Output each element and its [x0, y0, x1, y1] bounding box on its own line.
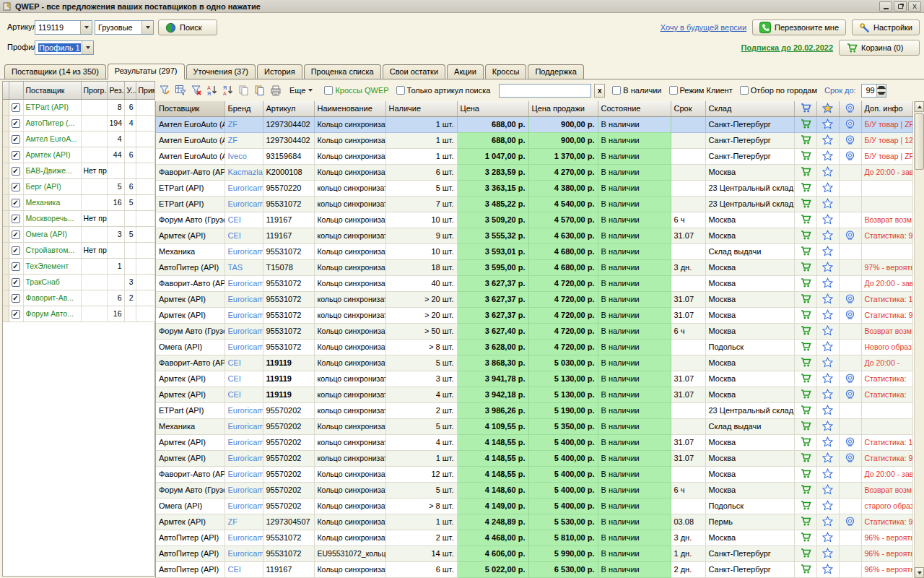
basket-button[interactable]: Корзина (0) — [839, 40, 920, 56]
result-brand[interactable]: CEI — [225, 387, 263, 402]
result-article[interactable]: 95531072 — [263, 196, 314, 212]
supplier-results-count[interactable]: 8 — [107, 99, 124, 115]
result-quantity[interactable]: 2 шт. — [385, 530, 457, 545]
result-row[interactable]: Фаворит-Авто (API)Euroricambi95531072Кол… — [156, 275, 912, 291]
result-dop-info[interactable]: 96% - вероятн... — [861, 545, 912, 561]
result-term[interactable] — [671, 196, 705, 212]
supplier-progress[interactable] — [81, 258, 107, 274]
result-price[interactable]: 3 627,37 р. — [457, 275, 528, 291]
supplier-checkbox-cell[interactable] — [9, 226, 23, 242]
supplier-results-count[interactable]: 1 — [107, 258, 124, 274]
cart-icon[interactable] — [800, 118, 811, 129]
supplier-row[interactable]: ETPart (API)86 — [3, 99, 154, 115]
favorite-cell[interactable] — [816, 355, 839, 371]
supplier-results-count[interactable]: 3 — [107, 226, 124, 242]
favorite-cell[interactable] — [816, 402, 839, 418]
result-article[interactable]: T15078 — [263, 259, 314, 275]
result-dop-info[interactable]: Статистика: 9... — [861, 514, 912, 530]
result-state[interactable]: В наличии — [598, 514, 671, 530]
star-icon[interactable] — [822, 134, 833, 145]
result-article[interactable]: 95531072 — [263, 545, 314, 561]
result-warehouse[interactable]: Склад выдачи — [705, 243, 794, 259]
star-icon[interactable] — [822, 246, 833, 256]
subscription-link[interactable]: Подписка до 20.02.2022 — [741, 43, 833, 52]
result-quantity[interactable]: 1 шт. — [385, 132, 457, 148]
supplier-checkbox[interactable] — [12, 167, 20, 176]
cart-icon[interactable] — [800, 150, 811, 161]
result-state[interactable]: В наличии — [598, 212, 671, 228]
scroll-up-button[interactable] — [915, 101, 924, 112]
result-sale-price[interactable]: 4 570,00 р. — [528, 212, 598, 228]
result-sale-price[interactable]: 4 270,00 р. — [528, 164, 598, 180]
supplier-progress[interactable]: Нет пр... — [81, 163, 107, 178]
result-price[interactable]: 4 109,55 р. — [457, 418, 528, 434]
result-name[interactable]: Кольцо синхронизатора (... — [314, 466, 385, 482]
result-sale-price[interactable]: 5 130,00 р. — [528, 387, 598, 402]
result-name[interactable]: кольцо синхронизатора! ... — [314, 196, 385, 212]
add-to-cart-cell[interactable] — [794, 402, 816, 418]
suppliers-header-0[interactable]: Поставщик — [23, 82, 81, 99]
camera-icon[interactable] — [845, 452, 855, 463]
add-to-cart-cell[interactable] — [794, 418, 816, 434]
result-brand[interactable]: Euroricambi — [225, 418, 263, 434]
result-state[interactable]: В наличии — [598, 434, 671, 450]
result-article[interactable]: 119119 — [263, 355, 314, 371]
result-quantity[interactable]: 14 шт. — [385, 545, 457, 561]
result-row[interactable]: Армтек (API)CEI119119кольцо синхронизато… — [156, 387, 912, 402]
result-supplier[interactable]: Амтел EuroAuto (API) — [156, 132, 225, 148]
result-row[interactable]: Армтек (API)Euroricambi95531072кольцо си… — [156, 307, 912, 323]
result-quantity[interactable]: 4 шт. — [385, 434, 457, 450]
add-to-cart-cell[interactable] — [794, 371, 816, 387]
result-warehouse[interactable]: Москва — [705, 450, 794, 466]
result-price[interactable]: 3 942,18 р. — [457, 387, 528, 402]
result-state[interactable]: В наличии — [598, 132, 671, 148]
result-warehouse[interactable]: Склад выдачи — [705, 418, 794, 434]
result-brand[interactable]: Euroricambi — [225, 482, 263, 498]
add-to-cart-cell[interactable] — [794, 355, 816, 371]
result-article[interactable]: 119167 — [263, 561, 314, 577]
supplier-checkbox[interactable] — [12, 262, 20, 271]
supplier-results-count[interactable]: 194 — [107, 115, 124, 131]
settings-button[interactable]: Настройки — [852, 20, 920, 35]
crosses-qwep-checkbox[interactable]: Кроссы QWEP — [324, 86, 388, 95]
result-state[interactable]: В наличии — [598, 180, 671, 196]
result-article[interactable]: 95570202 — [263, 402, 314, 418]
result-quantity[interactable]: 5 шт. — [385, 355, 457, 371]
camera-icon[interactable] — [845, 309, 855, 320]
supplier-row[interactable]: Омега (API)35 — [3, 226, 154, 242]
supplier-row[interactable]: Стройавтом...Нет пр... — [3, 242, 154, 258]
result-article[interactable]: 95570202 — [263, 466, 314, 482]
supplier-name[interactable]: Армтек (API) — [23, 147, 81, 163]
cart-icon[interactable] — [800, 261, 811, 272]
add-to-cart-cell[interactable] — [794, 482, 816, 498]
result-price[interactable]: 4 148,60 р. — [457, 482, 528, 498]
cart-icon[interactable] — [800, 452, 811, 463]
result-sale-price[interactable]: 5 030,00 р. — [528, 355, 598, 371]
result-row[interactable]: Фаворит-Авто (API)KacmazlarK2000108Кольц… — [156, 164, 912, 180]
photo-cell[interactable] — [839, 371, 861, 387]
supplier-row[interactable]: АвтоПитер (...1944 — [3, 115, 154, 131]
result-dop-info[interactable]: Возврат возм... — [861, 482, 912, 498]
result-article[interactable]: 95531072 — [263, 339, 314, 355]
cart-icon[interactable] — [800, 515, 811, 527]
favorite-cell[interactable] — [816, 387, 839, 402]
favorite-cell[interactable] — [816, 434, 839, 450]
supplier-checkbox[interactable] — [12, 246, 20, 255]
result-row[interactable]: Форум Авто (Грузовые)Euroricambi95570202… — [156, 482, 912, 498]
star-icon[interactable] — [822, 357, 833, 368]
favorite-cell[interactable] — [816, 275, 839, 291]
favorite-cell[interactable] — [816, 498, 839, 514]
supplier-clarifications-count[interactable] — [124, 131, 136, 147]
result-quantity[interactable]: 10 шт. — [385, 212, 457, 228]
result-term[interactable] — [671, 418, 705, 434]
result-sale-price[interactable]: 5 990,00 р. — [528, 545, 598, 561]
supplier-note[interactable] — [136, 194, 154, 210]
supplier-checkbox[interactable] — [12, 278, 20, 287]
result-article[interactable]: 95531072 — [263, 275, 314, 291]
star-icon[interactable] — [822, 214, 833, 225]
result-article[interactable]: 95570202 — [263, 450, 314, 466]
star-icon[interactable] — [822, 309, 833, 320]
result-state[interactable]: В наличии — [598, 291, 671, 307]
supplier-name[interactable]: Форум Авто... — [23, 306, 81, 322]
result-supplier[interactable]: ETPart (API) — [156, 180, 225, 196]
